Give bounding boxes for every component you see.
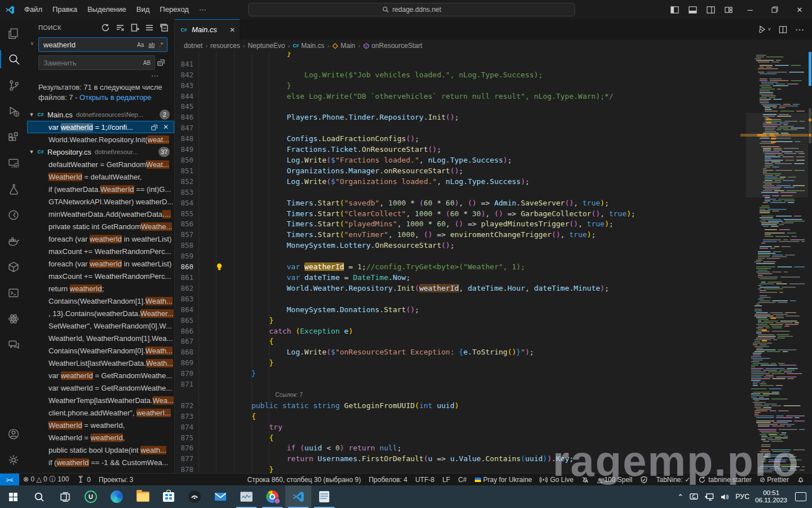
activity-account-icon[interactable] <box>0 421 27 447</box>
search-result-row[interactable]: SetWeather", WeatherRandom[0].W... <box>27 319 174 332</box>
search-result-row[interactable]: maxCount += WeatherRandomPerc... <box>27 245 174 257</box>
taskbar-start-icon[interactable] <box>0 485 26 508</box>
taskbar-gauge-icon[interactable] <box>182 485 208 508</box>
search-result-row[interactable]: Contains(WeatherRandom[1].Weath... <box>27 295 174 307</box>
search-result-row[interactable]: World.Weather.Repository.Init(weat... <box>27 133 174 146</box>
action-center-icon[interactable] <box>795 492 806 501</box>
split-editor-icon[interactable] <box>779 25 787 34</box>
activity-comments-icon[interactable] <box>0 332 27 358</box>
status-tabnine-shield[interactable] <box>636 474 652 486</box>
toggle-replace-chevron-icon[interactable]: ˅ <box>30 41 38 47</box>
status-indentation[interactable]: Пробелов: 4 <box>365 474 412 486</box>
activity-explorer-icon[interactable] <box>0 20 27 46</box>
search-result-row[interactable]: if (weatherId == -1 && CustomWea... <box>27 456 174 468</box>
search-input[interactable]: weatherId Aa ab .* <box>38 37 167 52</box>
activity-search-icon[interactable] <box>0 46 27 72</box>
menu-Переход[interactable]: Переход <box>155 3 194 16</box>
menu-overflow-button[interactable]: ··· <box>194 3 211 16</box>
search-result-row[interactable]: GTANetworkAPI.Weather) weatherD... <box>27 195 174 208</box>
close-button[interactable]: ✕ <box>787 0 812 19</box>
tray-network-icon[interactable] <box>704 493 714 501</box>
search-result-row[interactable]: var weatherId = GetRandomWeathe... <box>27 382 174 394</box>
replace-input[interactable]: Заменить AB <box>38 55 155 70</box>
run-debug-dropdown-icon[interactable]: ˅ <box>758 25 771 34</box>
regex-icon[interactable]: .* <box>157 41 165 49</box>
status-tabnine-starter[interactable]: tabnine starter <box>694 474 756 486</box>
toggle-panel-icon[interactable] <box>683 0 701 19</box>
customize-layout-icon[interactable] <box>720 0 738 19</box>
search-result-row[interactable]: var weatherId = 1;//confi... ✕ <box>27 121 174 133</box>
overview-ruler-scrollbar[interactable] <box>808 52 812 473</box>
search-result-row[interactable]: public static bool Update(int weath... <box>27 444 174 456</box>
status-go-live[interactable]: Go Live <box>536 474 577 486</box>
breadcrumb-onResourceStart[interactable]: onResourceStart <box>363 42 422 50</box>
codelens-references[interactable]: Ссылок: 7 <box>198 391 303 398</box>
tab-close-icon[interactable]: ✕ <box>230 26 235 34</box>
preserve-case-icon[interactable]: AB <box>142 59 152 67</box>
search-result-row[interactable]: WeatherId = weatherId, <box>27 419 174 431</box>
activity-source-control-icon[interactable] <box>0 72 27 98</box>
search-result-row[interactable]: WeatherId = defaultWeather, <box>27 170 174 183</box>
search-result-row[interactable]: minWeatherData.Add(weatherData.... <box>27 208 174 220</box>
taskbar-notepad-icon[interactable] <box>311 485 337 508</box>
taskbar-explorer-win-icon[interactable] <box>130 485 156 508</box>
search-result-row[interactable]: WeatherId = weatherId, <box>27 431 174 444</box>
search-result-row[interactable]: if (weatherData.WeatherId == (int)G... <box>27 183 174 195</box>
activity-terminal-icon[interactable] <box>0 280 27 306</box>
search-result-row[interactable]: return weatherId; <box>27 282 174 295</box>
activity-atom-icon[interactable] <box>0 306 27 332</box>
toggle-secondary-sidebar-icon[interactable] <box>701 0 720 19</box>
minimize-button[interactable]: ─ <box>738 0 762 19</box>
status-projects[interactable]: Проекты: 3 <box>95 474 138 486</box>
activity-docker-icon[interactable] <box>0 228 27 254</box>
menu-Файл[interactable]: Файл <box>19 3 47 16</box>
status-tabnine[interactable]: TabNine: ✓ <box>652 474 694 486</box>
toggle-search-details-button[interactable]: ··· <box>30 73 167 79</box>
search-result-row[interactable]: WeatherList[lastWeatherData.Weath... <box>27 357 174 369</box>
editor-more-actions-icon[interactable]: ⋯ <box>795 24 804 35</box>
status-feedback[interactable] <box>793 474 809 486</box>
tray-clock[interactable]: 00:5106.11.2023 <box>755 489 787 504</box>
status-spell[interactable]: △ 100 Spell <box>593 474 637 486</box>
file-row-Main.cs[interactable]: ▼ C# Main.csdotnet\resources\Nep... 2 <box>27 108 174 121</box>
file-row-Repository.cs[interactable]: ▼ C# Repository.csdotnet\resour... 37 <box>27 146 174 158</box>
status-prettier[interactable]: ⊘ Prettier <box>756 474 793 486</box>
breadcrumb-dotnet[interactable]: dotnet <box>184 42 202 50</box>
code-editor[interactable]: }841842 Log.Write($"Job vehicles loaded.… <box>175 52 812 473</box>
remote-indicator[interactable]: >< <box>0 474 19 486</box>
search-result-row[interactable]: , 13}.Contains(weatherData.Weather... <box>27 307 174 319</box>
match-case-icon[interactable]: Aa <box>135 41 145 49</box>
activity-run-debug-icon[interactable] <box>0 98 27 124</box>
menu-Выделение[interactable]: Выделение <box>82 3 131 16</box>
open-in-editor-link[interactable]: Открыть в редакторе <box>80 93 152 102</box>
status-notifications-muted[interactable] <box>577 474 593 486</box>
whole-word-icon[interactable]: ab <box>147 41 156 49</box>
breadcrumb-Main.cs[interactable]: C#Main.cs <box>293 41 324 50</box>
search-result-row[interactable]: foreach (var weatherId in weatherList) <box>27 233 174 245</box>
dismiss-match-icon[interactable]: ✕ <box>163 123 169 131</box>
status-language-mode[interactable]: C# <box>454 474 470 486</box>
breadcrumb-resources[interactable]: resources <box>210 42 240 50</box>
tab-main-cs[interactable]: C# Main.cs ✕ <box>175 19 240 40</box>
activity-settings-icon[interactable] <box>0 447 27 473</box>
status-cursor-position[interactable]: Строка 860, столбец 30 (выбрано 9) <box>244 474 365 486</box>
breadcrumb-Main[interactable]: Main <box>332 42 355 50</box>
lightbulb-icon[interactable] <box>216 263 223 271</box>
search-result-row[interactable]: WeatherId, WeatherRandom[1].Wea... <box>27 332 174 344</box>
activity-testing-icon[interactable] <box>0 176 27 202</box>
search-result-row[interactable]: Contains(WeatherRandom[0].Weath... <box>27 344 174 357</box>
toggle-primary-sidebar-icon[interactable] <box>665 0 683 19</box>
status-eol[interactable]: LF <box>438 474 454 486</box>
minimap[interactable] <box>746 52 808 473</box>
search-result-row[interactable]: client.phone.addWeather", weatherI... <box>27 406 174 419</box>
tray-volume-icon[interactable] <box>720 493 730 501</box>
tray-hidden-icons-chevron[interactable]: ⌃ <box>677 493 683 501</box>
activity-extensions-icon[interactable] <box>0 124 27 150</box>
menu-Вид[interactable]: Вид <box>131 3 155 16</box>
tray-sync-icon[interactable] <box>689 493 699 501</box>
command-center-search[interactable]: redage.ddns.net <box>248 3 575 16</box>
status-ports[interactable]: 0 <box>73 474 95 486</box>
taskbar-task-view-icon[interactable] <box>52 485 78 508</box>
taskbar-chrome-icon[interactable] <box>259 485 285 508</box>
status-encoding[interactable]: UTF-8 <box>411 474 438 486</box>
